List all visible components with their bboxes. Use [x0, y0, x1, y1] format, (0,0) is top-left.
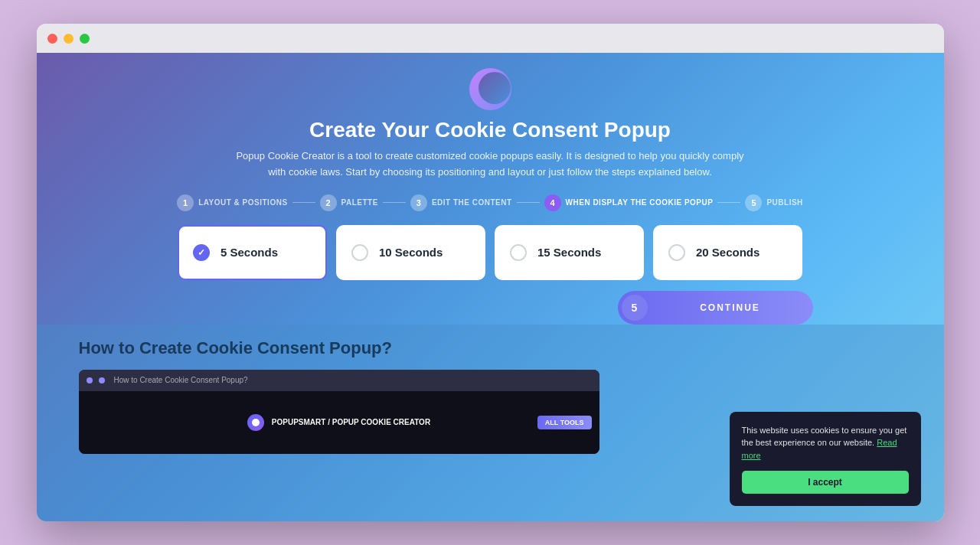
video-logo-icon: [247, 414, 264, 431]
section-title: How to Create Cookie Consent Popup?: [79, 338, 902, 358]
moon-icon: [469, 68, 511, 110]
step-3[interactable]: 3 EDIT THE CONTENT: [410, 194, 512, 211]
close-button[interactable]: [47, 34, 57, 44]
option-5s-label: 5 Seconds: [220, 246, 278, 259]
radio-15s: [510, 244, 527, 261]
step-4[interactable]: 4 WHEN DISPLAY THE COOKIE POPUP: [544, 194, 714, 211]
step-divider-4: [717, 202, 740, 203]
option-20s-label: 20 Seconds: [696, 246, 760, 259]
hero-subtitle: Popup Cookie Creator is a tool to create…: [230, 148, 750, 181]
accept-button[interactable]: I accept: [742, 471, 909, 494]
video-title-text: How to Create Cookie Consent Popup?: [114, 376, 248, 384]
option-15s[interactable]: 15 Seconds: [495, 225, 644, 280]
option-10s[interactable]: 10 Seconds: [336, 225, 485, 280]
radio-5s: [193, 244, 210, 261]
continue-container: 5 CONTINUE: [168, 291, 813, 325]
continue-badge: 5: [622, 295, 648, 321]
step-3-circle: 3: [410, 194, 427, 211]
video-top-bar: How to Create Cookie Consent Popup?: [79, 370, 599, 391]
browser-window: Create Your Cookie Consent Popup Popup C…: [37, 24, 944, 521]
video-dot-2: [99, 377, 105, 383]
cookie-consent-popup: This website uses cookies to ensure you …: [730, 412, 921, 507]
video-placeholder[interactable]: How to Create Cookie Consent Popup? POPU…: [79, 370, 599, 454]
video-logo-text: POPUPSMART / POPUP COOKIE CREATOR: [272, 418, 430, 426]
continue-button[interactable]: 5 CONTINUE: [618, 291, 813, 325]
option-10s-label: 10 Seconds: [379, 246, 443, 259]
step-1-circle: 1: [177, 194, 194, 211]
step-2-circle: 2: [320, 194, 337, 211]
step-5-label: PUBLISH: [766, 198, 802, 207]
main-background: Create Your Cookie Consent Popup Popup C…: [37, 53, 944, 521]
option-15s-label: 15 Seconds: [537, 246, 601, 259]
browser-titlebar: [37, 24, 944, 53]
video-tools-btn[interactable]: ALL TOOLS: [537, 416, 592, 429]
video-logo-row: POPUPSMART / POPUP COOKIE CREATOR: [247, 414, 430, 431]
step-2[interactable]: 2 PALETTE: [320, 194, 378, 211]
video-body: POPUPSMART / POPUP COOKIE CREATOR ALL TO…: [79, 391, 599, 454]
radio-20s: [668, 244, 685, 261]
step-1[interactable]: 1 LAYOUT & POSITIONS: [177, 194, 287, 211]
step-5[interactable]: 5 PUBLISH: [745, 194, 802, 211]
steps-bar: 1 LAYOUT & POSITIONS 2 PALETTE 3 EDIT TH…: [177, 194, 803, 211]
browser-content: Create Your Cookie Consent Popup Popup C…: [37, 53, 944, 521]
options-row: 5 Seconds 10 Seconds 15 Seconds 20 Secon…: [178, 225, 802, 280]
step-1-label: LAYOUT & POSITIONS: [198, 198, 287, 207]
step-divider-2: [383, 202, 406, 203]
step-divider-3: [517, 202, 540, 203]
maximize-button[interactable]: [80, 34, 90, 44]
cookie-text: This website uses cookies to ensure you …: [742, 424, 909, 462]
step-4-label: WHEN DISPLAY THE COOKIE POPUP: [566, 198, 714, 207]
continue-label: CONTINUE: [648, 302, 813, 313]
step-divider-1: [292, 202, 315, 203]
option-5s[interactable]: 5 Seconds: [178, 225, 327, 280]
video-dot-1: [87, 377, 93, 383]
step-2-label: PALETTE: [341, 198, 378, 207]
step-5-circle: 5: [745, 194, 762, 211]
radio-10s: [351, 244, 368, 261]
step-4-circle: 4: [544, 194, 561, 211]
step-3-label: EDIT THE CONTENT: [432, 198, 512, 207]
option-20s[interactable]: 20 Seconds: [653, 225, 802, 280]
hero-title: Create Your Cookie Consent Popup: [309, 118, 671, 142]
minimize-button[interactable]: [64, 34, 74, 44]
